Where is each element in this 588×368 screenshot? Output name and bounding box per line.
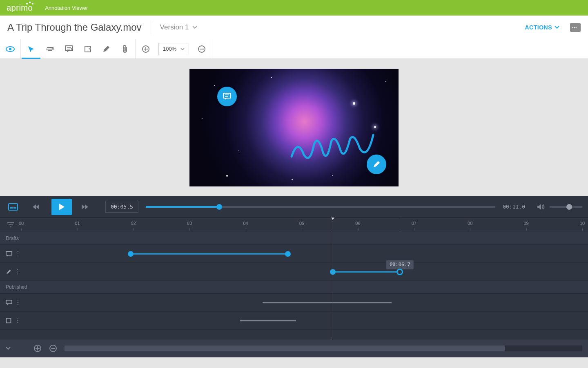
ruler-tick: 04 <box>243 221 248 226</box>
actions-label: ACTIONS <box>525 24 552 31</box>
draw-tool[interactable] <box>97 39 116 59</box>
attach-tool[interactable] <box>116 39 134 59</box>
track-lane[interactable] <box>21 294 582 311</box>
freehand-annotation[interactable] <box>290 130 379 167</box>
svg-point-0 <box>26 3 28 4</box>
scrollbar-thumb[interactable] <box>65 346 505 351</box>
play-button[interactable] <box>51 199 72 215</box>
brand-logo: aprimo <box>7 3 33 13</box>
timeline-ruler[interactable]: 0001020304050607080910 <box>21 218 582 232</box>
draw-annotation-marker[interactable] <box>367 155 386 174</box>
chevron-down-icon <box>180 48 185 50</box>
star-icon <box>214 85 215 86</box>
star-icon <box>226 175 228 177</box>
volume-slider[interactable] <box>550 206 582 208</box>
annotation-clip[interactable] <box>240 320 296 321</box>
chevron-down-icon: ▾ <box>52 47 54 51</box>
annotation-clip[interactable] <box>263 302 392 303</box>
range-end-marker[interactable] <box>400 218 400 232</box>
eye-icon <box>6 46 15 52</box>
star-icon <box>353 102 355 105</box>
actions-menu[interactable]: ACTIONS <box>525 24 560 31</box>
comments-panel-button[interactable]: ••• <box>570 23 581 32</box>
star-icon <box>271 77 272 78</box>
video-frame[interactable] <box>189 69 399 186</box>
zoom-value: 100% <box>163 46 176 52</box>
chevron-down-icon: ▾ <box>71 47 73 51</box>
minus-circle-icon <box>49 344 57 352</box>
ruler-tick: 06 <box>355 221 360 226</box>
track-row-draft-comment: ⋮ <box>0 245 588 263</box>
horizontal-scrollbar[interactable] <box>65 346 582 351</box>
collapse-button[interactable] <box>6 347 11 350</box>
clip-end-handle[interactable] <box>285 251 291 257</box>
comment-icon <box>223 92 232 101</box>
timeline-zoom-out[interactable] <box>49 344 57 352</box>
clip-start-handle[interactable] <box>330 269 336 275</box>
scrub-bar[interactable] <box>146 206 495 208</box>
pointer-tool[interactable] <box>22 39 40 59</box>
version-selector[interactable]: Version 1 <box>160 23 197 31</box>
playhead-marker[interactable] <box>333 218 333 232</box>
clip-end-handle-active[interactable] <box>396 269 403 275</box>
track-lane[interactable]: 00:06.7 <box>21 263 582 280</box>
volume-handle[interactable] <box>566 204 572 210</box>
ruler-tick: 08 <box>468 221 472 226</box>
player-controls: 00:05.5 00:11.0 <box>0 196 588 218</box>
scrub-handle[interactable] <box>216 204 222 210</box>
zoom-out-button[interactable] <box>192 39 211 59</box>
file-bar: A Trip Through the Galaxy.mov Version 1 … <box>0 16 588 39</box>
svg-rect-22 <box>13 207 16 209</box>
timeline-panel: 00:05.5 00:11.0 0001020304050607080910 D… <box>0 196 588 357</box>
duration-display: 00:11.0 <box>503 204 525 210</box>
svg-rect-20 <box>9 204 18 210</box>
shape-tool[interactable]: ▾ <box>78 39 97 59</box>
chevron-down-icon <box>555 26 559 29</box>
timeline-zoom-in[interactable] <box>33 344 42 352</box>
ruler-tick: 03 <box>187 221 192 226</box>
section-published-label: Published <box>0 281 588 294</box>
annotation-clip[interactable] <box>333 271 400 272</box>
filter-tracks-button[interactable] <box>0 218 21 232</box>
pencil-icon <box>6 269 11 275</box>
timeline-bottom-bar <box>0 339 588 357</box>
play-icon <box>58 203 65 211</box>
annotation-clip[interactable] <box>131 253 288 254</box>
star-icon <box>238 150 239 151</box>
annotation-toolbar: ▾ ▾ ▾ 100% <box>0 39 588 59</box>
section-drafts-label: Drafts <box>0 232 588 245</box>
captions-button[interactable] <box>6 200 20 214</box>
cursor-icon <box>27 45 35 53</box>
track-lane[interactable] <box>21 312 582 329</box>
more-vert-icon[interactable]: ⋮ <box>15 298 21 306</box>
zoom-in-button[interactable] <box>136 39 155 59</box>
tracks-area: Drafts ⋮ ⋮ 00:06.7 Pu <box>0 232 588 339</box>
star-icon <box>374 126 376 128</box>
zoom-select[interactable]: 100% <box>158 43 189 55</box>
more-vert-icon[interactable]: ⋮ <box>15 250 21 258</box>
ruler-tick: 00 <box>19 221 24 226</box>
plus-circle-icon <box>33 344 42 352</box>
comment-annotation-marker[interactable] <box>217 87 237 106</box>
paperclip-icon <box>122 45 128 53</box>
text-style-tool[interactable]: ▾ <box>40 39 59 59</box>
comment-tool[interactable]: ▾ <box>59 39 78 59</box>
more-vert-icon[interactable]: ⋮ <box>14 316 20 324</box>
ruler-tick: 02 <box>131 221 136 226</box>
volume-icon <box>537 203 546 211</box>
star-icon <box>332 175 333 176</box>
svg-rect-28 <box>7 318 11 323</box>
chevron-down-icon <box>192 26 197 29</box>
comment-icon <box>6 300 12 305</box>
clip-start-handle[interactable] <box>128 251 134 257</box>
pencil-icon <box>102 45 110 53</box>
version-label: Version 1 <box>160 23 189 31</box>
visibility-toggle[interactable] <box>1 39 20 59</box>
pencil-icon <box>372 160 381 168</box>
file-name: A Trip Through the Galaxy.mov <box>7 22 142 33</box>
rewind-button[interactable] <box>29 200 43 214</box>
forward-button[interactable] <box>78 200 92 214</box>
volume-button[interactable] <box>537 203 546 211</box>
more-vert-icon[interactable]: ⋮ <box>14 268 20 276</box>
track-lane[interactable] <box>21 245 582 263</box>
